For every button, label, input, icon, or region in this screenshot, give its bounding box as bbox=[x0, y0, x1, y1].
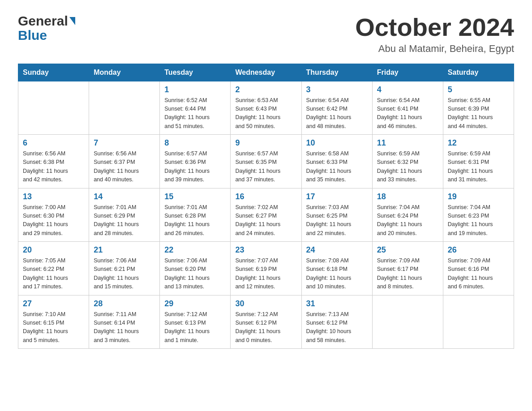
title-block: October 2024 Abu al Matamir, Beheira, Eg… bbox=[355, 13, 514, 55]
page-header: General Blue October 2024 Abu al Matamir… bbox=[18, 13, 514, 55]
calendar-cell: 20Sunrise: 7:05 AM Sunset: 6:22 PM Dayli… bbox=[18, 242, 89, 295]
day-info: Sunrise: 7:13 AM Sunset: 6:12 PM Dayligh… bbox=[306, 310, 368, 345]
calendar-cell bbox=[18, 81, 89, 135]
day-number: 26 bbox=[448, 245, 509, 255]
day-number: 9 bbox=[235, 138, 296, 148]
calendar-week-row: 1Sunrise: 6:52 AM Sunset: 6:44 PM Daylig… bbox=[18, 81, 514, 135]
day-number: 22 bbox=[164, 245, 226, 255]
day-info: Sunrise: 6:57 AM Sunset: 6:35 PM Dayligh… bbox=[235, 150, 296, 184]
calendar-header-row: SundayMondayTuesdayWednesdayThursdayFrid… bbox=[18, 64, 514, 81]
day-number: 31 bbox=[306, 299, 368, 308]
calendar-cell: 10Sunrise: 6:58 AM Sunset: 6:33 PM Dayli… bbox=[301, 135, 372, 188]
logo-blue-text: Blue bbox=[18, 28, 75, 43]
calendar-cell: 29Sunrise: 7:12 AM Sunset: 6:13 PM Dayli… bbox=[160, 295, 231, 349]
day-info: Sunrise: 7:04 AM Sunset: 6:24 PM Dayligh… bbox=[377, 203, 438, 238]
day-info: Sunrise: 7:00 AM Sunset: 6:30 PM Dayligh… bbox=[23, 203, 84, 238]
day-info: Sunrise: 7:11 AM Sunset: 6:14 PM Dayligh… bbox=[94, 310, 155, 345]
calendar-cell: 21Sunrise: 7:06 AM Sunset: 6:21 PM Dayli… bbox=[89, 242, 160, 295]
day-info: Sunrise: 7:09 AM Sunset: 6:17 PM Dayligh… bbox=[377, 257, 438, 291]
day-of-week-header: Thursday bbox=[301, 64, 372, 81]
day-number: 20 bbox=[23, 245, 84, 255]
day-number: 30 bbox=[235, 299, 296, 308]
day-info: Sunrise: 7:05 AM Sunset: 6:22 PM Dayligh… bbox=[23, 257, 84, 291]
day-of-week-header: Sunday bbox=[18, 64, 89, 81]
day-info: Sunrise: 6:59 AM Sunset: 6:31 PM Dayligh… bbox=[448, 150, 509, 184]
calendar-cell: 4Sunrise: 6:54 AM Sunset: 6:41 PM Daylig… bbox=[372, 81, 443, 135]
calendar-cell: 30Sunrise: 7:12 AM Sunset: 6:12 PM Dayli… bbox=[231, 295, 301, 349]
day-of-week-header: Saturday bbox=[443, 64, 514, 81]
calendar-week-row: 20Sunrise: 7:05 AM Sunset: 6:22 PM Dayli… bbox=[18, 242, 514, 295]
day-number: 24 bbox=[306, 245, 368, 255]
day-info: Sunrise: 7:12 AM Sunset: 6:13 PM Dayligh… bbox=[164, 310, 226, 345]
day-number: 8 bbox=[164, 138, 226, 148]
calendar-cell bbox=[372, 295, 443, 349]
day-info: Sunrise: 6:57 AM Sunset: 6:36 PM Dayligh… bbox=[164, 150, 226, 184]
calendar-cell: 24Sunrise: 7:08 AM Sunset: 6:18 PM Dayli… bbox=[301, 242, 372, 295]
day-of-week-header: Wednesday bbox=[231, 64, 301, 81]
day-of-week-header: Monday bbox=[89, 64, 160, 81]
calendar-cell: 15Sunrise: 7:01 AM Sunset: 6:28 PM Dayli… bbox=[160, 188, 231, 242]
calendar-cell: 6Sunrise: 6:56 AM Sunset: 6:38 PM Daylig… bbox=[18, 135, 89, 188]
day-info: Sunrise: 7:08 AM Sunset: 6:18 PM Dayligh… bbox=[306, 257, 368, 291]
logo-general-text: General bbox=[18, 13, 68, 29]
calendar-week-row: 13Sunrise: 7:00 AM Sunset: 6:30 PM Dayli… bbox=[18, 188, 514, 242]
calendar-cell: 16Sunrise: 7:02 AM Sunset: 6:27 PM Dayli… bbox=[231, 188, 301, 242]
day-number: 19 bbox=[448, 192, 509, 201]
day-info: Sunrise: 6:56 AM Sunset: 6:37 PM Dayligh… bbox=[94, 150, 155, 184]
day-info: Sunrise: 7:10 AM Sunset: 6:15 PM Dayligh… bbox=[23, 310, 84, 345]
day-of-week-header: Friday bbox=[372, 64, 443, 81]
day-info: Sunrise: 7:04 AM Sunset: 6:23 PM Dayligh… bbox=[448, 203, 509, 238]
day-info: Sunrise: 7:07 AM Sunset: 6:19 PM Dayligh… bbox=[235, 257, 296, 291]
day-info: Sunrise: 6:56 AM Sunset: 6:38 PM Dayligh… bbox=[23, 150, 84, 184]
calendar-cell bbox=[443, 295, 514, 349]
day-info: Sunrise: 7:01 AM Sunset: 6:29 PM Dayligh… bbox=[94, 203, 155, 238]
day-number: 4 bbox=[377, 85, 438, 94]
calendar-cell: 8Sunrise: 6:57 AM Sunset: 6:36 PM Daylig… bbox=[160, 135, 231, 188]
day-number: 5 bbox=[448, 85, 509, 94]
day-info: Sunrise: 7:02 AM Sunset: 6:27 PM Dayligh… bbox=[235, 203, 296, 238]
day-info: Sunrise: 6:59 AM Sunset: 6:32 PM Dayligh… bbox=[377, 150, 438, 184]
day-number: 29 bbox=[164, 299, 226, 308]
day-info: Sunrise: 7:03 AM Sunset: 6:25 PM Dayligh… bbox=[306, 203, 368, 238]
calendar-cell: 31Sunrise: 7:13 AM Sunset: 6:12 PM Dayli… bbox=[301, 295, 372, 349]
day-number: 1 bbox=[164, 85, 226, 94]
day-number: 12 bbox=[448, 138, 509, 148]
day-number: 7 bbox=[94, 138, 155, 148]
day-number: 13 bbox=[23, 192, 84, 201]
calendar-cell bbox=[89, 81, 160, 135]
calendar-cell: 23Sunrise: 7:07 AM Sunset: 6:19 PM Dayli… bbox=[231, 242, 301, 295]
day-number: 21 bbox=[94, 245, 155, 255]
calendar-cell: 9Sunrise: 6:57 AM Sunset: 6:35 PM Daylig… bbox=[231, 135, 301, 188]
day-info: Sunrise: 7:12 AM Sunset: 6:12 PM Dayligh… bbox=[235, 310, 296, 345]
day-number: 16 bbox=[235, 192, 296, 201]
day-number: 18 bbox=[377, 192, 438, 201]
day-number: 11 bbox=[377, 138, 438, 148]
calendar-cell: 22Sunrise: 7:06 AM Sunset: 6:20 PM Dayli… bbox=[160, 242, 231, 295]
logo-triangle-icon bbox=[69, 17, 75, 25]
day-number: 10 bbox=[306, 138, 368, 148]
day-info: Sunrise: 6:52 AM Sunset: 6:44 PM Dayligh… bbox=[164, 96, 226, 131]
calendar-cell: 19Sunrise: 7:04 AM Sunset: 6:23 PM Dayli… bbox=[443, 188, 514, 242]
calendar-cell: 3Sunrise: 6:54 AM Sunset: 6:42 PM Daylig… bbox=[301, 81, 372, 135]
day-info: Sunrise: 6:53 AM Sunset: 6:43 PM Dayligh… bbox=[235, 96, 296, 131]
day-info: Sunrise: 6:54 AM Sunset: 6:41 PM Dayligh… bbox=[377, 96, 438, 131]
calendar-cell: 17Sunrise: 7:03 AM Sunset: 6:25 PM Dayli… bbox=[301, 188, 372, 242]
day-number: 25 bbox=[377, 245, 438, 255]
calendar-cell: 2Sunrise: 6:53 AM Sunset: 6:43 PM Daylig… bbox=[231, 81, 301, 135]
day-number: 6 bbox=[23, 138, 84, 148]
calendar-cell: 7Sunrise: 6:56 AM Sunset: 6:37 PM Daylig… bbox=[89, 135, 160, 188]
calendar-cell: 13Sunrise: 7:00 AM Sunset: 6:30 PM Dayli… bbox=[18, 188, 89, 242]
day-info: Sunrise: 7:06 AM Sunset: 6:20 PM Dayligh… bbox=[164, 257, 226, 291]
day-info: Sunrise: 7:06 AM Sunset: 6:21 PM Dayligh… bbox=[94, 257, 155, 291]
day-number: 2 bbox=[235, 85, 296, 94]
calendar-cell: 11Sunrise: 6:59 AM Sunset: 6:32 PM Dayli… bbox=[372, 135, 443, 188]
calendar-cell: 5Sunrise: 6:55 AM Sunset: 6:39 PM Daylig… bbox=[443, 81, 514, 135]
location-title: Abu al Matamir, Beheira, Egypt bbox=[355, 43, 514, 55]
calendar-cell: 12Sunrise: 6:59 AM Sunset: 6:31 PM Dayli… bbox=[443, 135, 514, 188]
day-number: 3 bbox=[306, 85, 368, 94]
calendar-cell: 1Sunrise: 6:52 AM Sunset: 6:44 PM Daylig… bbox=[160, 81, 231, 135]
day-info: Sunrise: 6:54 AM Sunset: 6:42 PM Dayligh… bbox=[306, 96, 368, 131]
day-number: 23 bbox=[235, 245, 296, 255]
calendar-cell: 14Sunrise: 7:01 AM Sunset: 6:29 PM Dayli… bbox=[89, 188, 160, 242]
calendar-table: SundayMondayTuesdayWednesdayThursdayFrid… bbox=[18, 64, 514, 349]
